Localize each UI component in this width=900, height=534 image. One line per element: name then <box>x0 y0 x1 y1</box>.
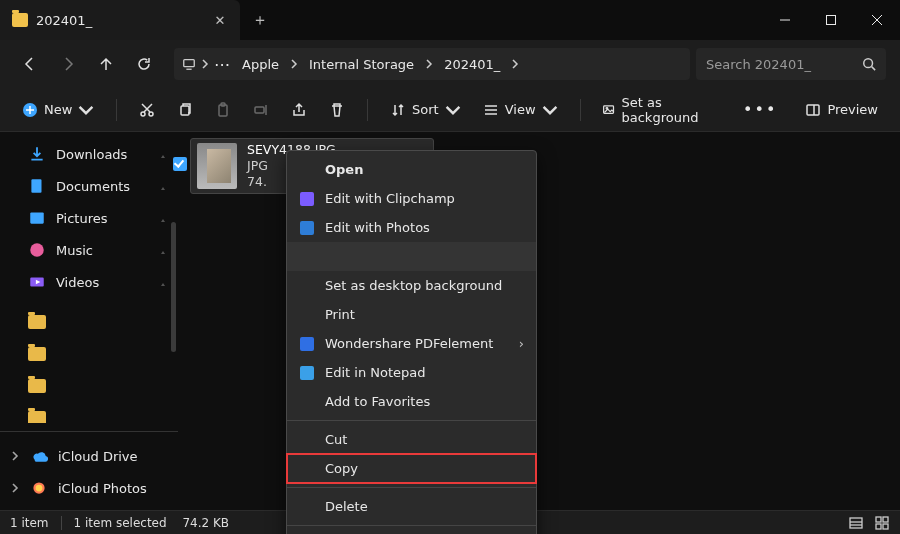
back-button[interactable] <box>14 48 46 80</box>
download-icon <box>28 146 46 162</box>
search-icon <box>862 57 876 71</box>
sidebar-item-music[interactable]: Music <box>0 234 178 266</box>
preview-button[interactable]: Preview <box>797 95 886 125</box>
sort-button[interactable]: Sort <box>382 95 469 125</box>
large-icons-view-icon[interactable] <box>874 515 890 531</box>
folder-icon <box>28 379 46 393</box>
svg-rect-34 <box>300 337 314 351</box>
navigation-bar: ⋯ Apple Internal Storage 202401_ Search … <box>0 40 900 88</box>
view-label: View <box>505 102 536 117</box>
chevron-right-icon <box>510 57 520 71</box>
context-menu: Open Edit with Clipchamp Edit with Photo… <box>286 150 537 534</box>
sidebar-folder[interactable] <box>0 402 178 423</box>
folder-icon <box>28 411 46 423</box>
sidebar-item-documents[interactable]: Documents <box>0 170 178 202</box>
sidebar-item-downloads[interactable]: Downloads <box>0 138 178 170</box>
status-selected: 1 item selected <box>74 516 167 530</box>
svg-rect-16 <box>255 107 264 113</box>
set-background-label: Set as background <box>622 95 722 125</box>
ctx-open[interactable]: Open <box>287 155 536 184</box>
ctx-print[interactable]: Print <box>287 300 536 329</box>
chevron-down-icon <box>78 102 94 118</box>
pin-icon <box>158 149 168 159</box>
rename-button[interactable] <box>245 95 277 125</box>
ctx-blank-row[interactable] <box>287 242 536 271</box>
view-button[interactable]: View <box>475 95 566 125</box>
file-checkbox[interactable] <box>173 157 187 171</box>
folder-icon <box>12 13 28 27</box>
videos-icon <box>28 274 46 290</box>
sidebar-item-icloud-photos[interactable]: iCloud Photos <box>0 472 178 504</box>
svg-rect-36 <box>850 518 862 528</box>
clipchamp-icon <box>299 191 315 207</box>
ctx-edit-clipchamp[interactable]: Edit with Clipchamp <box>287 184 536 213</box>
breadcrumb-item[interactable]: Apple <box>236 53 285 76</box>
forward-button[interactable] <box>52 48 84 80</box>
window-close-button[interactable] <box>854 0 900 40</box>
expand-icon[interactable] <box>10 449 20 464</box>
sidebar-folder[interactable] <box>0 370 178 402</box>
command-toolbar: New Sort View Set as background ••• <box>0 88 900 132</box>
new-button[interactable]: New <box>14 95 102 125</box>
delete-button[interactable] <box>321 95 353 125</box>
ctx-cut[interactable]: Cut <box>287 425 536 454</box>
copy-button[interactable] <box>169 95 201 125</box>
file-list-pane[interactable]: SEVY4188.JPG JPG 74. Open Edit with Clip… <box>178 132 900 510</box>
sidebar-item-pictures[interactable]: Pictures <box>0 202 178 234</box>
breadcrumb-item[interactable]: Internal Storage <box>303 53 420 76</box>
pin-icon <box>158 277 168 287</box>
window-tab[interactable]: 202401_ ✕ <box>0 0 240 40</box>
search-placeholder: Search 202401_ <box>706 57 854 72</box>
paste-button[interactable] <box>207 95 239 125</box>
folder-icon <box>28 315 46 329</box>
pin-icon <box>158 181 168 191</box>
chevron-right-icon <box>200 57 210 71</box>
titlebar: 202401_ ✕ ＋ <box>0 0 900 40</box>
ctx-separator <box>287 487 536 488</box>
expand-icon[interactable] <box>10 481 20 496</box>
ctx-edit-photos[interactable]: Edit with Photos <box>287 213 536 242</box>
sidebar-scrollbar[interactable] <box>171 222 176 352</box>
sidebar-folder[interactable] <box>0 306 178 338</box>
svg-point-11 <box>141 112 145 116</box>
file-thumbnail <box>197 143 237 189</box>
notepad-icon <box>299 365 315 381</box>
ctx-properties[interactable]: Properties <box>287 530 536 534</box>
ctx-add-favorites[interactable]: Add to Favorites <box>287 387 536 416</box>
svg-rect-39 <box>876 517 881 522</box>
ctx-delete[interactable]: Delete <box>287 492 536 521</box>
file-explorer-window: 202401_ ✕ ＋ ⋯ Apple Internal Storage 202… <box>0 0 900 534</box>
share-button[interactable] <box>283 95 315 125</box>
tab-close-button[interactable]: ✕ <box>212 13 228 28</box>
ctx-edit-notepad[interactable]: Edit in Notepad <box>287 358 536 387</box>
more-button[interactable]: ••• <box>735 95 785 125</box>
ctx-pdfelement[interactable]: Wondershare PDFelement› <box>287 329 536 358</box>
new-button-label: New <box>44 102 72 117</box>
new-tab-button[interactable]: ＋ <box>240 0 280 40</box>
ctx-copy[interactable]: Copy <box>287 454 536 483</box>
cut-button[interactable] <box>131 95 163 125</box>
ctx-set-desktop-bg[interactable]: Set as desktop background <box>287 271 536 300</box>
status-item-count: 1 item <box>10 516 49 530</box>
breadcrumb-overflow[interactable]: ⋯ <box>214 55 232 74</box>
details део-view-icon[interactable] <box>848 515 864 531</box>
monitor-icon <box>182 57 196 71</box>
photos-icon <box>299 220 315 236</box>
sidebar-item-videos[interactable]: Videos <box>0 266 178 298</box>
up-button[interactable] <box>90 48 122 80</box>
set-background-button[interactable]: Set as background <box>594 95 729 125</box>
minimize-button[interactable] <box>762 0 808 40</box>
svg-point-6 <box>864 59 873 68</box>
sidebar-folder[interactable] <box>0 338 178 370</box>
music-icon <box>28 242 46 258</box>
chevron-right-icon <box>289 57 299 71</box>
sidebar-item-icloud-drive[interactable]: iCloud Drive <box>0 440 178 472</box>
svg-rect-23 <box>807 105 819 115</box>
tab-title: 202401_ <box>36 13 204 28</box>
breadcrumb-item[interactable]: 202401_ <box>438 53 506 76</box>
chevron-right-icon: › <box>519 336 524 351</box>
search-input[interactable]: Search 202401_ <box>696 48 886 80</box>
refresh-button[interactable] <box>128 48 160 80</box>
maximize-button[interactable] <box>808 0 854 40</box>
address-bar[interactable]: ⋯ Apple Internal Storage 202401_ <box>174 48 690 80</box>
